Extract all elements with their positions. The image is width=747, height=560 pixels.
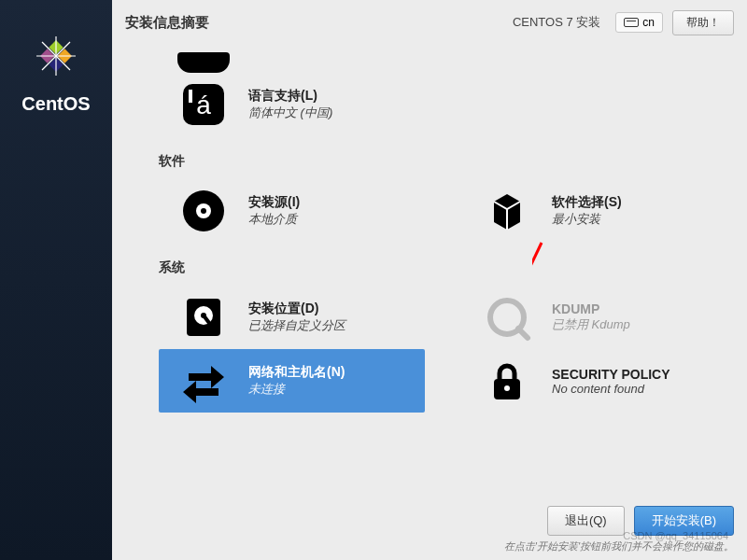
network-icon (177, 355, 230, 407)
spoke-title: SECURITY POLICY (552, 367, 670, 382)
keyboard-icon (624, 18, 639, 27)
package-icon (481, 185, 533, 237)
product-name: CENTOS 7 安装 (513, 14, 600, 31)
sidebar: CentOS (0, 0, 112, 560)
watermark: CSDN @qq_34115064 (623, 530, 728, 541)
spoke-status: 已选择自定义分区 (248, 317, 345, 334)
centos-logo-icon (28, 28, 84, 84)
svg-rect-10 (189, 90, 192, 103)
disc-icon (177, 185, 230, 237)
spoke-status: 未连接 (248, 381, 345, 398)
datetime-icon (177, 52, 230, 73)
topbar: 安装信息摘要 CENTOS 7 安装 cn 帮助！ (112, 0, 747, 45)
kdump-icon (481, 291, 533, 343)
main-panel: 安装信息摘要 CENTOS 7 安装 cn 帮助！ á (112, 0, 747, 560)
spoke-status: No content found (552, 382, 670, 396)
keyboard-layout: cn (642, 16, 655, 29)
svg-point-21 (504, 385, 510, 391)
category-software: 软件 (159, 153, 728, 170)
spoke-status: 最小安装 (552, 211, 622, 228)
spoke-kdump[interactable]: KDUMP 已禁用 Kdump (462, 286, 728, 349)
svg-line-19 (518, 329, 528, 338)
spoke-language-support[interactable]: á 语言支持(L) 简体中文 (中国) (159, 73, 728, 136)
svg-text:á: á (196, 91, 211, 119)
scroll-peek (177, 45, 728, 73)
spoke-software-selection[interactable]: 软件选择(S) 最小安装 (462, 179, 728, 243)
spoke-title: 软件选择(S) (552, 194, 622, 211)
spoke-status: 已禁用 Kdump (552, 316, 630, 333)
spoke-status: 简体中文 (中国) (248, 105, 332, 121)
topbar-right: CENTOS 7 安装 cn 帮助！ (513, 10, 734, 35)
spoke-title: 安装源(I) (248, 194, 300, 211)
page-title: 安装信息摘要 (125, 14, 209, 32)
spoke-title: 网络和主机名(N) (248, 364, 345, 381)
spoke-status: 本地介质 (248, 211, 300, 228)
lock-icon (481, 355, 533, 407)
spoke-security-policy[interactable]: SECURITY POLICY No content found (462, 349, 728, 413)
harddisk-icon (177, 291, 230, 343)
spoke-title: KDUMP (552, 301, 630, 316)
footer-hint: 在点击'开始安装'按钮前我们并不会操作您的磁盘。 (504, 539, 734, 553)
spoke-network-hostname[interactable]: 网络和主机名(N) 未连接 (159, 349, 425, 413)
spoke-title: 安装位置(D) (248, 301, 345, 317)
sidebar-brand: CentOS (21, 93, 90, 115)
category-system: 系统 (159, 259, 728, 276)
content-area: á 语言支持(L) 简体中文 (中国) 软件 (112, 45, 747, 502)
help-button[interactable]: 帮助！ (672, 10, 734, 35)
quit-button[interactable]: 退出(Q) (547, 506, 625, 536)
spoke-title: 语言支持(L) (248, 88, 332, 105)
svg-point-13 (201, 208, 206, 214)
spoke-install-destination[interactable]: 安装位置(D) 已选择自定义分区 (159, 286, 425, 349)
spoke-install-source[interactable]: 安装源(I) 本地介质 (159, 179, 425, 243)
language-icon: á (177, 78, 230, 131)
keyboard-indicator[interactable]: cn (615, 12, 663, 33)
